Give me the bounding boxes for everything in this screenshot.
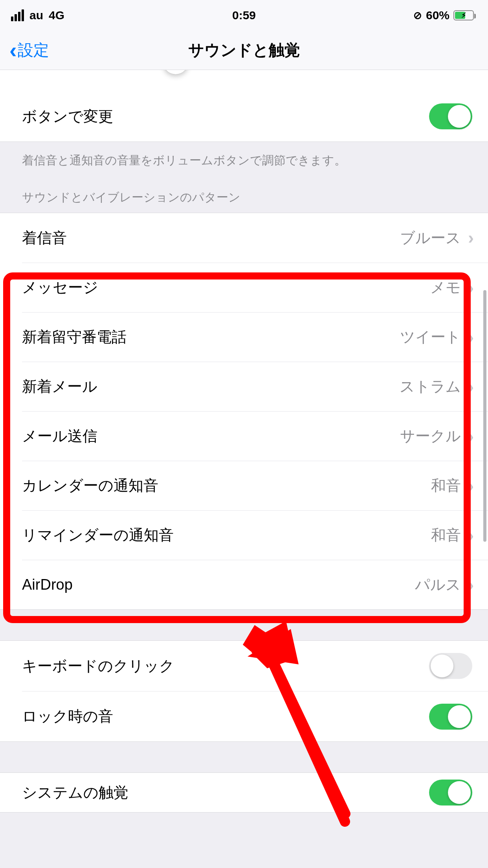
change-with-buttons-row[interactable]: ボタンで変更: [0, 91, 488, 142]
toggle-label: キーボードのクリック: [22, 656, 174, 676]
page-title: サウンドと触覚: [188, 39, 300, 61]
row-system-haptics[interactable]: システムの触覚: [0, 773, 488, 812]
lock-sound-toggle[interactable]: [429, 704, 472, 730]
row-lock-sound[interactable]: ロック時の音: [22, 691, 488, 741]
row-label: 新着メール: [22, 377, 97, 397]
row-label: 着信音: [22, 228, 67, 248]
signal-icon: [11, 9, 24, 21]
chevron-right-icon: ›: [468, 228, 474, 248]
toggle-label: ロック時の音: [22, 706, 113, 726]
row-keyboard-click[interactable]: キーボードのクリック: [0, 641, 488, 691]
toggle-label: システムの触覚: [22, 783, 128, 803]
row-value: ブルース: [400, 228, 461, 248]
row-label: リマインダーの通知音: [22, 525, 174, 545]
status-bar: au 4G 0:59 ⊘ 60% ⚡︎: [0, 0, 488, 31]
row-value: サークル: [400, 426, 461, 446]
row-label: AirDrop: [22, 576, 73, 593]
chevron-right-icon: ›: [468, 427, 474, 446]
chevron-right-icon: ›: [468, 476, 474, 496]
row-calendar[interactable]: カレンダーの通知音 和音 ›: [22, 461, 488, 510]
battery-percent: 60%: [426, 9, 449, 22]
row-value: ツイート: [400, 327, 461, 347]
haptics-list: システムの触覚: [0, 772, 488, 813]
chevron-right-icon: ›: [468, 526, 474, 545]
carrier-label: au: [29, 9, 43, 22]
row-label: メッセージ: [22, 278, 98, 298]
orientation-lock-icon: ⊘: [413, 9, 422, 22]
back-label: 設定: [18, 39, 49, 61]
status-left: au 4G: [11, 9, 64, 22]
row-airdrop[interactable]: AirDrop パルス ›: [22, 560, 488, 609]
speaker-low-icon: [20, 70, 39, 71]
row-ringtone[interactable]: 着信音 ブルース ›: [0, 213, 488, 263]
row-sent-mail[interactable]: メール送信 サークル ›: [22, 411, 488, 461]
toggle-label: ボタンで変更: [22, 107, 113, 127]
chevron-left-icon: ‹: [9, 39, 17, 61]
keyboard-click-toggle[interactable]: [429, 653, 472, 679]
other-toggles-list: キーボードのクリック ロック時の音: [0, 640, 488, 742]
battery-icon: ⚡︎: [453, 10, 474, 20]
row-new-mail[interactable]: 新着メール ストラム ›: [22, 362, 488, 411]
row-label: 新着留守番電話: [22, 327, 127, 347]
content-scroll[interactable]: ボタンで変更 着信音と通知音の音量をボリュームボタンで調節できます。 サウンドと…: [0, 70, 488, 868]
chevron-right-icon: ›: [468, 377, 474, 397]
row-reminder[interactable]: リマインダーの通知音 和音 ›: [22, 510, 488, 560]
chevron-right-icon: ›: [468, 575, 474, 595]
row-value: 和音: [431, 476, 461, 496]
back-button[interactable]: ‹ 設定: [9, 39, 49, 61]
sound-patterns-header: サウンドとバイブレーションのパターン: [0, 174, 488, 213]
chevron-right-icon: ›: [468, 327, 474, 347]
status-right: ⊘ 60% ⚡︎: [413, 9, 474, 22]
network-label: 4G: [49, 9, 64, 22]
row-value: メモ: [430, 278, 461, 298]
row-value: ストラム: [400, 377, 461, 397]
nav-bar: ‹ 設定 サウンドと触覚: [0, 31, 488, 70]
volume-footer-text: 着信音と通知音の音量をボリュームボタンで調節できます。: [0, 142, 488, 174]
row-message[interactable]: メッセージ メモ ›: [22, 263, 488, 312]
sound-patterns-list: 着信音 ブルース › メッセージ メモ › 新着留守番電話 ツイート › 新着メ…: [0, 213, 488, 610]
chevron-right-icon: ›: [468, 278, 474, 298]
scroll-indicator[interactable]: [483, 290, 486, 542]
change-with-buttons-toggle[interactable]: [429, 103, 472, 129]
row-value: パルス: [415, 575, 461, 595]
slider-thumb[interactable]: [163, 70, 188, 74]
row-voicemail[interactable]: 新着留守番電話 ツイート ›: [22, 312, 488, 362]
row-label: カレンダーの通知音: [22, 476, 158, 496]
row-label: メール送信: [22, 426, 97, 446]
volume-slider-row: [0, 70, 488, 91]
system-haptics-toggle[interactable]: [429, 780, 472, 805]
speaker-high-icon: [454, 70, 472, 71]
row-value: 和音: [431, 525, 461, 545]
status-time: 0:59: [232, 9, 256, 22]
